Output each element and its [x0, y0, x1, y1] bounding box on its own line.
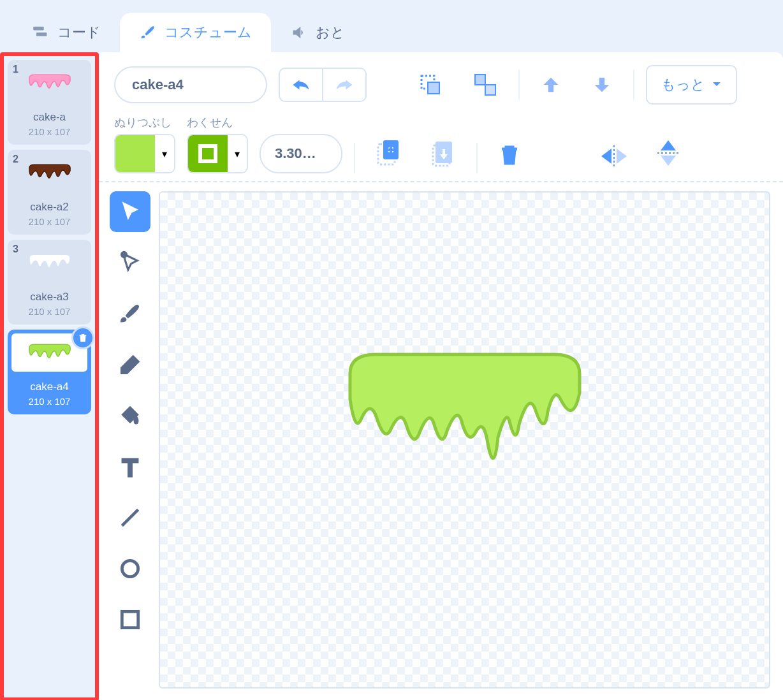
svg-rect-1 — [36, 33, 47, 36]
costume-dimensions: 210 x 107 — [11, 216, 87, 227]
svg-rect-0 — [33, 27, 43, 31]
more-label: もっと — [661, 75, 705, 94]
copy-icon — [376, 139, 401, 167]
circle-tool[interactable] — [110, 548, 150, 589]
flip-horizontal-button[interactable] — [591, 139, 637, 173]
divider — [354, 143, 355, 173]
svg-rect-5 — [485, 85, 495, 95]
undo-icon — [291, 78, 311, 92]
tab-label: コスチューム — [165, 23, 252, 42]
costume-index: 1 — [13, 64, 18, 75]
costume-thumbnail — [11, 244, 87, 282]
more-button[interactable]: もっと — [646, 65, 737, 105]
costume-thumbnail — [11, 154, 87, 192]
cursor-icon — [118, 200, 142, 224]
costume-index: 4 — [15, 335, 20, 347]
flip-vertical-button[interactable] — [648, 133, 688, 173]
delete-costume-button[interactable] — [71, 326, 94, 349]
eraser-icon — [118, 353, 142, 377]
line-icon — [118, 506, 142, 530]
divider — [633, 69, 634, 100]
costume-name: cake-a2 — [11, 201, 87, 214]
backward-button[interactable] — [582, 68, 622, 102]
paint-tools — [108, 191, 152, 700]
outline-label: わくせん — [187, 115, 248, 130]
forward-button[interactable] — [531, 68, 571, 102]
undo-button[interactable] — [280, 69, 323, 101]
paste-button[interactable] — [421, 133, 465, 173]
chevron-down-icon: ▾ — [228, 135, 247, 172]
svg-point-15 — [121, 252, 128, 258]
costume-name: cake-a — [11, 111, 87, 124]
svg-rect-18 — [122, 611, 138, 627]
tab-costumes[interactable]: コスチューム — [120, 13, 271, 52]
ungroup-button[interactable] — [464, 66, 507, 104]
fill-color-picker[interactable]: ▾ — [114, 134, 175, 173]
brush-tool[interactable] — [110, 293, 150, 334]
costume-thumbnail — [11, 64, 87, 102]
text-icon — [118, 455, 142, 479]
svg-rect-3 — [428, 82, 439, 94]
paintbrush-icon — [118, 302, 142, 326]
costume-dimensions: 210 x 107 — [11, 396, 87, 407]
square-icon — [118, 608, 142, 632]
circle-icon — [118, 557, 142, 581]
redo-icon — [335, 78, 354, 92]
brush-icon — [139, 24, 157, 41]
flip-vertical-icon — [657, 139, 679, 167]
tab-code[interactable]: コード — [13, 13, 120, 52]
svg-rect-10 — [388, 149, 394, 151]
tab-label: コード — [57, 23, 101, 42]
flip-horizontal-icon — [600, 145, 628, 167]
sound-icon — [290, 24, 308, 41]
divider — [518, 69, 520, 100]
svg-line-16 — [122, 509, 138, 525]
reshape-icon — [118, 251, 142, 275]
bucket-icon — [118, 404, 142, 428]
delete-button[interactable] — [489, 135, 530, 173]
redo-button[interactable] — [323, 69, 365, 101]
svg-rect-4 — [475, 75, 485, 85]
chevron-down-icon — [712, 81, 722, 89]
rectangle-tool[interactable] — [110, 599, 150, 640]
eraser-tool[interactable] — [110, 344, 150, 385]
trash-icon — [498, 142, 521, 167]
canvas-artwork — [331, 348, 599, 488]
paint-canvas[interactable] — [159, 191, 770, 689]
copy-button[interactable] — [367, 133, 410, 173]
costume-item[interactable]: 1 cake-a 210 x 107 — [8, 60, 91, 145]
divider — [476, 143, 478, 173]
costume-dimensions: 210 x 107 — [11, 126, 87, 137]
line-tool[interactable] — [110, 497, 150, 538]
fill-tool[interactable] — [110, 395, 150, 436]
costume-item[interactable]: 3 cake-a3 210 x 107 — [8, 240, 91, 324]
chevron-down-icon: ▾ — [155, 135, 174, 172]
trash-icon — [77, 332, 89, 344]
svg-point-17 — [122, 560, 138, 576]
group-icon — [418, 72, 443, 98]
tab-sounds[interactable]: おと — [271, 13, 364, 52]
outline-color-picker[interactable]: ▾ — [187, 134, 248, 173]
text-tool[interactable] — [110, 446, 150, 487]
costume-list-panel: 1 cake-a 210 x 107 2 cake-a2 210 x 107 3… — [0, 52, 99, 700]
costume-name: cake-a3 — [11, 291, 87, 303]
costume-item-selected[interactable]: 4 cake-a4 210 x 107 — [8, 330, 91, 414]
costume-name: cake-a4 — [11, 381, 87, 393]
tab-label: おと — [316, 23, 345, 42]
group-button[interactable] — [409, 66, 452, 104]
stroke-width-input[interactable] — [260, 134, 342, 173]
fill-label: ぬりつぶし — [114, 115, 175, 130]
blocks-icon — [32, 24, 50, 41]
costume-name-input[interactable] — [114, 66, 267, 103]
ungroup-icon — [472, 72, 498, 98]
arrow-up-icon — [540, 74, 562, 96]
paste-icon — [430, 139, 456, 167]
fill-swatch — [115, 135, 155, 172]
costume-index: 3 — [13, 244, 18, 255]
reshape-tool[interactable] — [110, 242, 150, 283]
arrow-down-icon — [591, 74, 613, 96]
costume-item[interactable]: 2 cake-a2 210 x 107 — [8, 150, 91, 235]
costume-index: 2 — [13, 154, 18, 165]
outline-swatch — [188, 135, 228, 172]
select-tool[interactable] — [110, 191, 150, 232]
